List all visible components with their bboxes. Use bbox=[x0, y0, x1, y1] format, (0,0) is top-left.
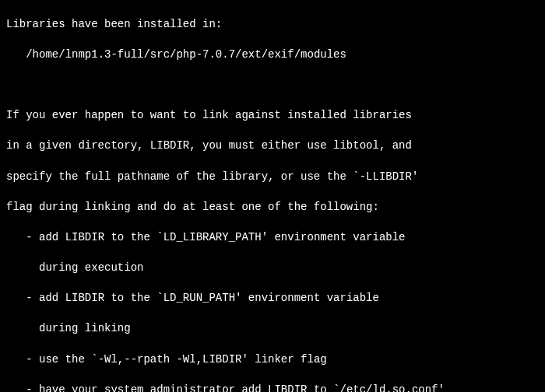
output-line: - add LIBDIR to the `LD_LIBRARY_PATH' en… bbox=[6, 230, 539, 246]
output-line: - use the `-Wl,--rpath -Wl,LIBDIR' linke… bbox=[6, 352, 539, 368]
output-line: - add LIBDIR to the `LD_RUN_PATH' enviro… bbox=[6, 291, 539, 306]
output-line: during linking bbox=[6, 321, 539, 337]
output-line: /home/lnmp1.3-full/src/php-7.0.7/ext/exi… bbox=[6, 47, 539, 63]
output-line: Libraries have been installed in: bbox=[6, 17, 539, 33]
output-line: flag during linking and do at least one … bbox=[6, 200, 539, 215]
output-blank bbox=[6, 78, 539, 93]
output-line: during execution bbox=[6, 261, 539, 276]
output-line: in a given directory, LIBDIR, you must e… bbox=[6, 138, 539, 154]
output-line: If you ever happen to want to link again… bbox=[6, 108, 539, 124]
output-line: - have your system administrator add LIB… bbox=[6, 383, 539, 392]
terminal-output: Libraries have been installed in: /home/… bbox=[6, 2, 539, 392]
output-line: specify the full pathname of the library… bbox=[6, 170, 539, 185]
